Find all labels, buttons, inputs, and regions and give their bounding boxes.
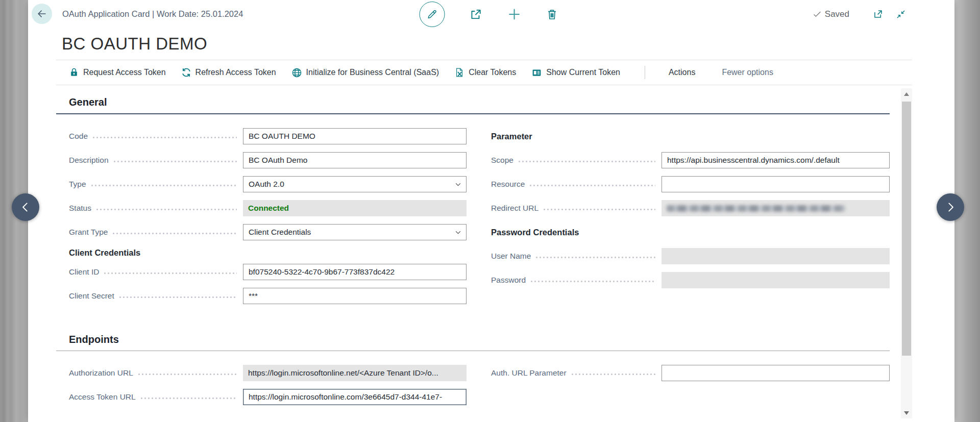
scrollbar-down-arrow[interactable] [901, 408, 912, 417]
code-label: Code [69, 132, 88, 141]
parameter-subheader: Parameter [491, 128, 890, 144]
resource-label: Resource [491, 180, 525, 189]
password-credentials-subheader: Password Credentials [491, 224, 890, 240]
field-code: Code BC OAUTH DEMO [69, 128, 467, 144]
clear-document-icon [454, 67, 464, 78]
action-bar-divider [645, 66, 645, 79]
user-name-field [662, 248, 890, 264]
popout-icon [873, 9, 884, 19]
field-scope: Scope https://api.businesscentral.dynami… [491, 152, 890, 168]
dotted-leader [113, 233, 237, 234]
type-select-value: OAuth 2.0 [249, 180, 284, 189]
page-caption: OAuth Application Card | Work Date: 25.0… [62, 9, 243, 19]
scrollbar-up-arrow[interactable] [901, 89, 912, 98]
field-type: Type OAuth 2.0 [69, 176, 467, 192]
refresh-access-token-action[interactable]: Refresh Access Token [181, 67, 276, 78]
dotted-leader [519, 161, 655, 162]
field-auth-url-parameter: Auth. URL Parameter [491, 365, 890, 381]
save-status: Saved [813, 9, 849, 19]
collapse-page-button[interactable] [896, 9, 906, 19]
chevron-left-icon [19, 201, 32, 214]
actions-menu[interactable]: Actions [669, 68, 695, 77]
client-credentials-subheader: Client Credentials [69, 248, 467, 258]
dotted-leader [536, 257, 655, 258]
resource-input[interactable] [662, 176, 890, 192]
dotted-leader [91, 185, 237, 186]
oauth-application-card: OAuth Application Card | Work Date: 25.0… [28, 0, 954, 422]
globe-icon [291, 67, 302, 78]
open-in-new-window-button[interactable] [873, 9, 884, 19]
field-resource: Resource [491, 176, 890, 192]
previous-record-button[interactable] [12, 193, 39, 221]
field-grant-type: Grant Type Client Credentials [69, 224, 467, 240]
field-status: Status Connected [69, 200, 467, 216]
vertical-scrollbar[interactable] [901, 88, 912, 418]
scope-input[interactable]: https://api.businesscentral.dynamics.com… [662, 152, 890, 168]
new-record-button[interactable] [507, 7, 521, 21]
dotted-leader [544, 209, 655, 210]
general-left-column: Code BC OAUTH DEMO Description BC OAuth … [69, 128, 467, 312]
action-bar: Request Access Token Refresh Access Toke… [56, 60, 912, 85]
chevron-right-icon [944, 201, 957, 214]
field-client-secret: Client Secret *** [69, 288, 467, 304]
action-label: Request Access Token [83, 68, 166, 77]
redirect-url-label: Redirect URL [491, 204, 538, 213]
status-label: Status [69, 204, 91, 213]
token-card-icon [531, 67, 542, 78]
endpoints-right-column: Auth. URL Parameter [491, 365, 890, 413]
show-current-token-action[interactable]: Show Current Token [531, 67, 620, 78]
access-token-url-input[interactable]: https://login.microsoftonline.com/3e6645… [243, 389, 467, 405]
delete-button[interactable] [546, 8, 558, 20]
field-redirect-url: Redirect URL [491, 200, 890, 216]
code-input[interactable]: BC OAUTH DEMO [243, 128, 467, 144]
clear-tokens-action[interactable]: Clear Tokens [454, 67, 516, 78]
redirect-url-field [662, 200, 890, 216]
edit-button[interactable] [419, 2, 445, 27]
client-id-input[interactable]: bf075240-5322-4c70-9b67-773f837dc422 [243, 264, 467, 280]
back-arrow-icon [36, 8, 47, 19]
authorization-url-label: Authorization URL [69, 368, 133, 378]
grant-type-label: Grant Type [69, 228, 108, 237]
access-token-url-label: Access Token URL [69, 392, 136, 402]
fewer-options-button[interactable]: Fewer options [722, 68, 773, 77]
description-input[interactable]: BC OAuth Demo [243, 152, 467, 168]
dotted-leader [141, 398, 237, 399]
redacted-value [667, 205, 845, 212]
collapse-arrows-icon [896, 9, 906, 19]
grant-type-select[interactable]: Client Credentials [243, 224, 467, 240]
action-label: Show Current Token [546, 68, 620, 77]
pencil-icon [426, 9, 437, 20]
refresh-icon [181, 67, 191, 78]
dotted-leader [138, 374, 237, 375]
top-bar: OAuth Application Card | Work Date: 25.0… [28, 0, 954, 28]
share-button[interactable] [469, 8, 482, 21]
dotted-leader [531, 281, 655, 282]
page-title: BC OAUTH DEMO [62, 34, 207, 54]
auth-url-parameter-input[interactable] [662, 365, 890, 381]
type-select[interactable]: OAuth 2.0 [243, 176, 467, 192]
dotted-leader [119, 296, 237, 298]
dotted-leader [530, 185, 655, 186]
initialize-for-saas-action[interactable]: Initialize for Business Central (SaaS) [291, 67, 439, 78]
client-secret-input[interactable]: *** [243, 288, 467, 304]
scrollbar-thumb[interactable] [902, 102, 911, 356]
dotted-leader [104, 272, 237, 274]
grant-type-select-value: Client Credentials [249, 228, 311, 237]
endpoints-section-header[interactable]: Endpoints [56, 333, 890, 351]
lock-icon [69, 67, 79, 78]
plus-icon [507, 7, 521, 21]
general-section-header[interactable]: General [56, 95, 890, 114]
auth-url-parameter-label: Auth. URL Parameter [491, 368, 567, 378]
check-icon [813, 10, 822, 19]
request-access-token-action[interactable]: Request Access Token [69, 67, 166, 78]
action-label: Refresh Access Token [195, 68, 276, 77]
client-secret-label: Client Secret [69, 291, 114, 301]
dotted-leader [96, 209, 237, 210]
back-button[interactable] [32, 4, 52, 24]
dotted-leader [114, 161, 237, 162]
next-record-button[interactable] [937, 193, 964, 221]
trash-icon [546, 8, 558, 20]
status-value: Connected [248, 204, 289, 213]
field-user-name: User Name [491, 248, 890, 264]
record-toolbar [419, 0, 558, 28]
